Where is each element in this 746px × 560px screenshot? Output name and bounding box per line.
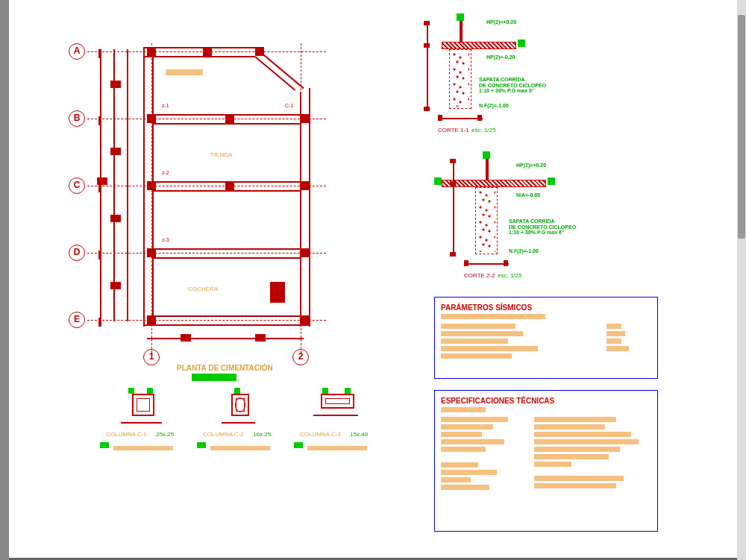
- info-line: [606, 339, 621, 344]
- column: [147, 181, 156, 190]
- dim-line: [313, 415, 358, 416]
- info-line: [441, 324, 515, 329]
- dim-line: [464, 263, 509, 265]
- info-line: [534, 447, 620, 452]
- info-line: [534, 476, 624, 481]
- info-line: [534, 483, 616, 488]
- dim-tick: [450, 181, 456, 186]
- column: [300, 181, 309, 190]
- col-size: .15x.40: [348, 431, 368, 438]
- level-note: HP(2)=+0.20: [486, 19, 516, 25]
- marker: [483, 151, 490, 159]
- dim-tick: [424, 43, 430, 48]
- info-line: [534, 462, 571, 467]
- col-size: .16x.25: [251, 431, 271, 438]
- col-label: COLUMNA C-1: [106, 431, 147, 438]
- foundation-body: [449, 49, 471, 109]
- drawing-content: A B C D E 1 2: [31, 6, 718, 553]
- level-note: HP(2)=-0.20: [486, 54, 515, 60]
- drawing-sheet: A B C D E 1 2: [9, 0, 737, 560]
- info-line: [606, 324, 621, 329]
- dim-tick: [464, 260, 468, 266]
- column: [147, 248, 156, 257]
- grid-label-d: D: [69, 245, 85, 261]
- column: [270, 282, 285, 303]
- info-line: [441, 462, 478, 468]
- foundation-body: [475, 187, 498, 254]
- column: [147, 47, 156, 56]
- spec-note: SAPATA CORRIDA DE CONCRETO CICLOPEO 1:10…: [479, 77, 546, 94]
- level-note: N.F(2)=-1.00: [509, 248, 539, 254]
- vertical-scrollbar[interactable]: [737, 0, 746, 560]
- info-line: [441, 417, 508, 422]
- info-line: [441, 407, 486, 412]
- wall: [152, 257, 301, 259]
- marker: [234, 388, 240, 394]
- info-line: [534, 432, 631, 437]
- wall: [460, 21, 463, 42]
- info-line: [441, 353, 512, 359]
- column: [225, 114, 234, 123]
- grid-line: [87, 119, 326, 119]
- section-corte-1: HP(2)=+0.20 HP(2)=-0.20 SAPATA CORRIDA D…: [397, 13, 531, 148]
- dim-tick: [450, 159, 456, 163]
- wall: [254, 56, 295, 91]
- info-line: [606, 331, 625, 336]
- column-section: [132, 394, 154, 416]
- section-scale: esc. 1/25: [471, 127, 495, 133]
- dim-mark: [110, 215, 121, 222]
- viewport: A B C D E 1 2: [0, 0, 746, 560]
- info-line: [534, 454, 609, 459]
- dim-mark: [97, 177, 107, 185]
- marker: [197, 442, 206, 448]
- column: [300, 248, 309, 257]
- info-line: [441, 447, 486, 452]
- info-line: [441, 314, 545, 319]
- section-corte-2: HP(2)=+0.20 N/A=-0.80 SAPATA CORRIDA DE …: [412, 151, 561, 293]
- info-box-seismic: PARÁMETROS SÍSMICOS: [434, 297, 658, 379]
- dim-tick: [424, 107, 430, 111]
- info-line: [441, 331, 523, 336]
- dim-line: [113, 49, 115, 321]
- marker: [518, 40, 525, 47]
- dim-tick: [477, 115, 482, 121]
- column: [255, 47, 264, 56]
- col-label: COLUMNA C-3: [300, 431, 341, 438]
- title-underline: [192, 374, 236, 381]
- spec-note: SAPATA CORRIDA DE CONCRETO CICLOPEO 1:10…: [509, 218, 576, 236]
- column-section: [321, 394, 354, 409]
- column: [147, 114, 156, 123]
- beam-label: z-3: [162, 237, 169, 242]
- info-line: [606, 346, 629, 351]
- beam-label: z-1: [162, 103, 169, 108]
- level-note: N/A=-0.80: [516, 192, 540, 198]
- dim-line: [427, 21, 428, 110]
- dim-mark: [110, 282, 121, 289]
- dim-mark: [110, 148, 121, 155]
- spec-bar: [113, 446, 173, 450]
- wall: [152, 315, 301, 317]
- dim-line: [127, 49, 128, 321]
- wall: [143, 56, 255, 57]
- dim-line: [147, 338, 304, 339]
- marker: [294, 442, 303, 448]
- section-label: CORTE 1-1: [438, 127, 469, 133]
- info-line: [534, 439, 639, 444]
- marker: [100, 442, 109, 448]
- wall: [309, 88, 310, 327]
- info-line: [441, 439, 504, 444]
- hatch-bar: [166, 69, 203, 75]
- marker: [434, 177, 442, 185]
- grid-label-c: C: [69, 177, 85, 194]
- info-line: [441, 470, 497, 475]
- marker: [322, 388, 328, 394]
- dim-tick: [450, 252, 456, 257]
- slab: [442, 42, 516, 49]
- column: [300, 114, 309, 123]
- wall: [152, 190, 301, 192]
- info-box-technical: ESPECIFICACIONES TÉCNICAS: [434, 390, 658, 532]
- spec-bar: [307, 446, 367, 450]
- info-line: [441, 339, 508, 344]
- dim-tick: [438, 115, 442, 121]
- scroll-thumb[interactable]: [738, 15, 745, 239]
